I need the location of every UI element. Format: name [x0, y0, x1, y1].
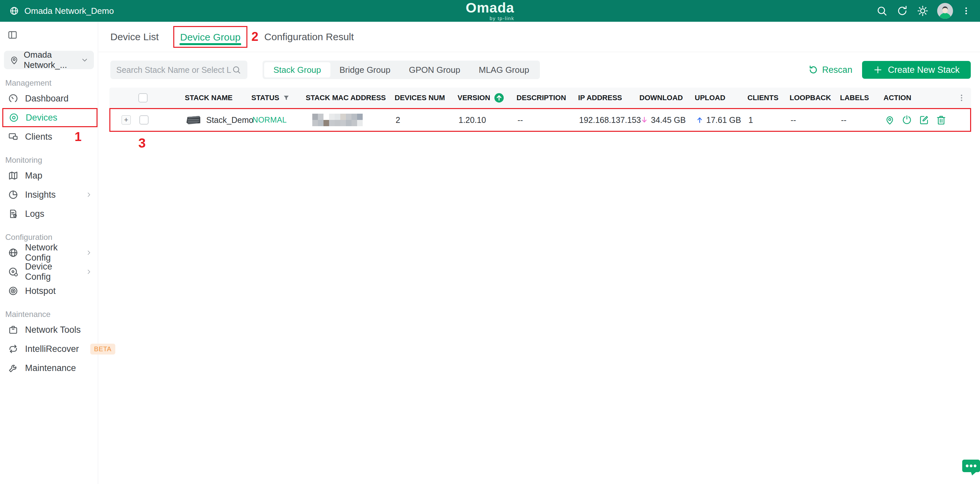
toolbar-right: Rescan Create New Stack	[808, 61, 971, 79]
action-cell	[885, 115, 970, 125]
group-tab-gpon[interactable]: GPON Group	[399, 62, 469, 77]
switch-device-icon	[186, 115, 201, 125]
locate-icon[interactable]	[885, 115, 895, 125]
row-expand-button[interactable]: +	[122, 115, 131, 124]
sidebar-item-intellirecover[interactable]: IntelliRecover BETA	[0, 339, 98, 358]
sidebar-item-insights[interactable]: Insights	[0, 185, 98, 204]
filter-icon[interactable]	[283, 94, 290, 102]
topbar-site[interactable]: Omada Network_Demo	[9, 6, 114, 16]
insights-icon	[8, 189, 18, 200]
more-menu-icon[interactable]	[962, 5, 971, 17]
labels: --	[841, 115, 885, 125]
tab-device-group[interactable]: Device Group	[180, 32, 240, 43]
loopback: --	[791, 115, 841, 125]
rescan-button[interactable]: Rescan	[808, 65, 853, 75]
rescan-icon	[808, 65, 818, 75]
col-loopback: LOOPBACK	[790, 94, 840, 102]
section-label-configuration: Configuration	[5, 232, 98, 242]
group-tab-mlag[interactable]: MLAG Group	[469, 62, 538, 77]
map-icon	[8, 170, 18, 181]
col-devices-num: DEVICES NUM	[395, 94, 458, 102]
site-selector-label: Omada Network_...	[24, 50, 76, 70]
upload-arrow-icon	[696, 116, 704, 124]
group-tab-stack[interactable]: Stack Group	[264, 62, 330, 77]
download-cell: 34.45 GB	[640, 115, 696, 125]
sidebar-item-logs[interactable]: Logs	[0, 204, 98, 223]
logs-icon	[8, 209, 18, 219]
group-tab-bridge[interactable]: Bridge Group	[330, 62, 400, 77]
upload-cell: 17.61 GB	[696, 115, 748, 125]
omada-logo: Omada by tp-link	[466, 1, 514, 21]
table-header: + STACK NAME STATUS STACK MAC ADDRESS DE…	[109, 88, 971, 108]
site-selector[interactable]: Omada Network_...	[4, 51, 94, 69]
table-row[interactable]: + Stack_Demo NORMAL 2	[109, 108, 971, 132]
delete-icon[interactable]	[936, 115, 947, 125]
avatar[interactable]	[937, 3, 953, 19]
sidebar-item-label: Logs	[25, 209, 45, 219]
col-labels: LABELS	[840, 94, 883, 102]
sidebar-item-clients[interactable]: Clients 1	[0, 127, 98, 146]
row-checkbox[interactable]	[139, 115, 149, 124]
create-new-stack-label: Create New Stack	[888, 65, 959, 75]
sidebar-item-map[interactable]: Map	[0, 166, 98, 185]
sidebar-item-devices[interactable]: Devices	[2, 108, 97, 127]
theme-icon[interactable]	[917, 5, 929, 17]
rescan-label: Rescan	[822, 65, 853, 75]
active-tab-underline	[180, 43, 241, 45]
search-icon[interactable]	[876, 5, 888, 17]
sidebar-item-network-tools[interactable]: Network Tools	[0, 320, 98, 339]
clients-count: 1	[748, 115, 791, 125]
intellirecover-icon	[8, 344, 18, 354]
col-download: DOWNLOAD	[640, 94, 695, 102]
sidebar-item-label: Dashboard	[25, 94, 68, 104]
toolbar: Stack Group Bridge Group GPON Group MLAG…	[110, 61, 971, 79]
col-stack-name: STACK NAME	[185, 94, 251, 102]
firmware-upgrade-icon[interactable]	[493, 92, 505, 103]
search-icon[interactable]	[232, 65, 242, 75]
reboot-icon[interactable]	[902, 115, 912, 125]
col-version: VERSION	[458, 92, 517, 103]
download-arrow-icon	[640, 116, 648, 124]
tab-device-group-annotation-box: Device Group	[173, 26, 247, 48]
annotation-step-2: 2	[251, 30, 258, 44]
sidebar-item-device-config[interactable]: Device Config	[0, 262, 98, 281]
tab-device-list[interactable]: Device List	[110, 31, 159, 43]
col-description: DESCRIPTION	[517, 94, 578, 102]
chevron-down-icon	[81, 56, 89, 64]
chat-widget-button[interactable]	[961, 458, 980, 476]
sidebar-item-label: Network Config	[25, 242, 79, 263]
create-new-stack-button[interactable]: Create New Stack	[862, 61, 971, 79]
topbar-actions	[876, 3, 971, 19]
tabbar: Device List Device Group 2 Configuration…	[99, 22, 980, 52]
sidebar-item-network-config[interactable]: Network Config	[0, 243, 98, 262]
select-all-checkbox[interactable]	[138, 93, 148, 102]
section-label-maintenance: Maintenance	[5, 310, 98, 319]
group-type-switcher: Stack Group Bridge Group GPON Group MLAG…	[262, 61, 540, 79]
stack-name-cell: Stack_Demo	[186, 115, 252, 125]
sidebar-collapse-button[interactable]	[7, 30, 18, 40]
chevron-right-icon	[85, 268, 92, 275]
sidebar-item-label: Device Config	[25, 262, 79, 282]
dashboard-icon	[8, 93, 18, 104]
clients-icon	[8, 131, 18, 142]
maintenance-icon	[8, 363, 18, 373]
devices-icon	[9, 112, 19, 123]
site-name: Omada Network_Demo	[24, 6, 114, 16]
sidebar-item-hotspot[interactable]: Hotspot	[0, 281, 98, 301]
column-settings-icon[interactable]	[957, 94, 966, 102]
refresh-icon[interactable]	[896, 5, 908, 17]
topbar: Omada Network_Demo Omada by tp-link	[0, 0, 980, 22]
edit-icon[interactable]	[919, 115, 929, 125]
chevron-right-icon	[85, 249, 92, 256]
sidebar-item-dashboard[interactable]: Dashboard	[0, 89, 98, 108]
stack-name[interactable]: Stack_Demo	[206, 115, 253, 125]
search-input[interactable]	[116, 65, 232, 75]
sidebar-item-maintenance[interactable]: Maintenance	[0, 358, 98, 377]
chat-bubble-icon	[961, 458, 980, 476]
stack-group-table: + STACK NAME STATUS STACK MAC ADDRESS DE…	[109, 88, 971, 151]
omada-logo-subtext: by tp-link	[466, 16, 514, 21]
tab-configuration-result[interactable]: Configuration Result	[264, 31, 354, 43]
chevron-right-icon	[85, 191, 92, 198]
sidebar-item-label: Hotspot	[25, 286, 56, 296]
section-label-management: Management	[5, 78, 98, 88]
